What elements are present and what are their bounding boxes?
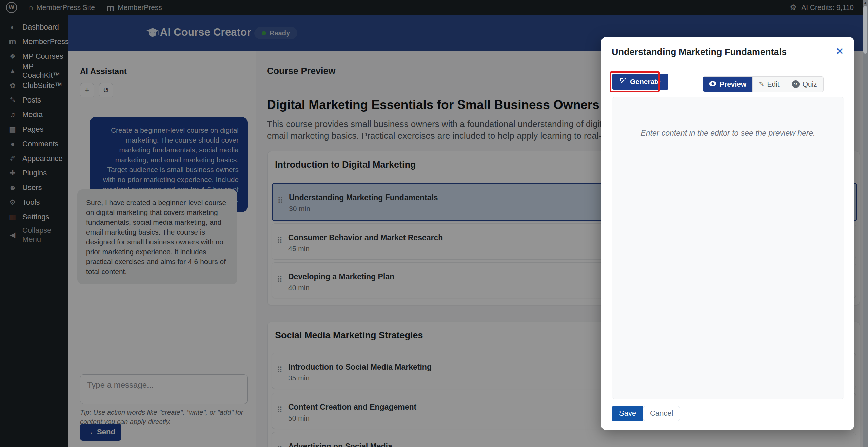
modal-title: Understanding Marketing Fundamentals <box>612 47 787 57</box>
scroll-up-icon[interactable]: ▲ <box>863 0 868 5</box>
preview-pane: Enter content in the editor to see the p… <box>612 97 844 399</box>
tab-edit[interactable]: ✎ Edit <box>753 77 786 92</box>
modal-divider <box>601 67 854 67</box>
generate-pen-icon <box>620 77 627 86</box>
scrollbar-thumb[interactable] <box>863 6 867 54</box>
screen: W ⌂ MemberPress Site m MemberPress ⚙ AI … <box>0 0 868 447</box>
cancel-button[interactable]: Cancel <box>643 406 680 421</box>
tab-preview[interactable]: Preview <box>703 77 753 92</box>
preview-empty-text: Enter content in the editor to see the p… <box>612 129 844 138</box>
modal-tabbar: Preview ✎ Edit ? Quiz <box>703 76 824 92</box>
tab-quiz[interactable]: ? Quiz <box>786 77 823 92</box>
browser-scrollbar[interactable]: ▲ <box>863 0 868 447</box>
generate-button[interactable]: Generate <box>612 74 668 90</box>
lesson-modal: Understanding Marketing Fundamentals ✕ G… <box>601 37 854 430</box>
modal-close-icon[interactable]: ✕ <box>836 47 844 56</box>
question-icon: ? <box>792 80 800 88</box>
eye-icon <box>709 81 716 88</box>
pencil-icon: ✎ <box>759 80 764 88</box>
save-button[interactable]: Save <box>612 406 644 421</box>
